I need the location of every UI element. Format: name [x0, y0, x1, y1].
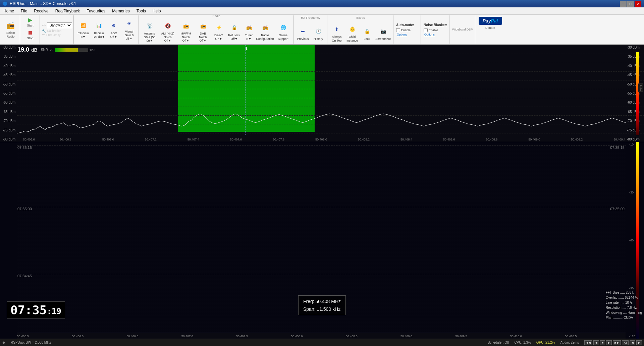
fft-overlap: Overlap .....: 62144 % — [606, 295, 642, 300]
mw-fm-notch-icon: 📻 — [180, 20, 191, 31]
pb-rewind-button[interactable]: ◀◀ — [584, 340, 592, 345]
close-button[interactable]: ✕ — [635, 1, 641, 7]
freq-label-9: 50.408.4 — [400, 138, 412, 141]
freq-label-8: 50.408.2 — [358, 138, 370, 141]
clock-seconds-val: 19 — [52, 307, 61, 316]
app-icon: 🔵 — [3, 1, 8, 6]
am-notch-button[interactable]: 🔇 AM (Hi-Z) Notch Off▼ — [159, 18, 176, 45]
dbm-label-right-1: -35 dBm — [626, 55, 644, 58]
previous-button[interactable]: ⬅ Previous — [296, 20, 310, 46]
bottom-freq-10: 50.410.5 — [565, 335, 577, 338]
bottom-freq-7: 50.409.0 — [400, 335, 412, 338]
pb-prev-button[interactable]: ◀ — [593, 340, 599, 345]
minimize-button[interactable]: ─ — [620, 1, 627, 7]
menu-help[interactable]: Help — [149, 8, 164, 14]
noise-blanker-options-label[interactable]: Options — [424, 33, 435, 36]
noise-blanker-enable-checkbox[interactable] — [424, 28, 428, 32]
visual-gain-button[interactable]: 👁 Visual Gain 0 dB▼ — [121, 16, 137, 43]
antenna-button[interactable]: 📡 Antenna SMA (50 Ω)▼ — [141, 18, 158, 45]
rf-gain-button[interactable]: 📶 RF Gain 8▼ — [76, 16, 91, 43]
dbm-label-10: -80 dBm — [0, 137, 17, 141]
menu-favourites[interactable]: Favourites — [83, 8, 109, 14]
lock-icon: 🔒 — [362, 26, 372, 37]
history-button[interactable]: 🕐 History — [311, 20, 326, 46]
waterfall-display[interactable]: 07:35:15 07:35:15 07:35:00 07:35:00 07:3… — [0, 142, 644, 339]
fft-plan: Plan .........: CUDA — [606, 315, 642, 320]
auto-tag: Auto — [638, 83, 643, 92]
bandwidth-section: ⇔ Bandwidth 🔧 Calibration 〰 Frequency — [41, 15, 74, 44]
freq-label-4: 50.407.4 — [187, 138, 199, 141]
color-scale-container — [636, 52, 639, 135]
title-bar-controls[interactable]: ─ □ ✕ — [620, 1, 641, 7]
freq-label-7: 50.408.0 — [315, 138, 327, 141]
child-instance-button[interactable]: 👶 Child Instance — [345, 20, 360, 46]
if-gain-button[interactable]: 📊 IF Gain -25 dB▼ — [92, 16, 106, 43]
frequency-label[interactable]: Frequency — [46, 33, 61, 37]
menu-file[interactable]: File — [17, 8, 31, 14]
freq-label-6: 50.407.8 — [273, 138, 284, 141]
dbm-scale-left: -30 dBm -35 dBm -40 dBm -45 dBm -50 dBm … — [0, 45, 17, 142]
scheduler-status: Scheduler: Off — [488, 341, 509, 344]
playback-controls[interactable]: ◀◀ ◀ ■ ▶ ▶▶ x2 ◀ ▶ — [584, 340, 642, 345]
freq-axis: 50.406.6 50.406.8 50.407.0 50.407.2 50.4… — [17, 135, 626, 142]
mw-fm-notch-button[interactable]: 📻 MW/FM Notch Off▼ — [177, 18, 195, 45]
snr-bar: 19.0 dB SNR 20 120 — [17, 46, 95, 53]
if-gain-icon: 📊 — [94, 20, 104, 31]
online-support-button[interactable]: 🌐 Online Support — [274, 18, 292, 45]
bottom-freq-4: 50.407.5 — [236, 335, 248, 338]
auto-mute-enable-checkbox[interactable] — [396, 28, 400, 32]
auto-mute-section: Auto-mute: Enable Options — [394, 15, 421, 44]
menu-tools[interactable]: Tools — [133, 8, 149, 14]
stop-icon: ⏹ — [25, 30, 36, 36]
start-label: Start — [27, 24, 33, 27]
bias-t-button[interactable]: ⚡ Bias-T On▼ — [211, 18, 226, 45]
online-support-icon: 🌐 — [278, 22, 288, 33]
freq-info-panel: Freq: 50.408 MHz Span: ±1.500 kHz — [298, 295, 346, 315]
always-on-top-button[interactable]: ⬆ Always On Top — [329, 20, 344, 46]
pb-fast-forward-button[interactable]: ▶▶ — [613, 340, 621, 345]
bandwidth-dropdown[interactable]: Bandwidth — [47, 22, 72, 28]
ref-lock-button[interactable]: 🔒 Ref Lock Off▼ — [227, 18, 241, 45]
status-bar: ⏺ RSPDuo, BW = 2.000 MHz Scheduler: Off … — [0, 339, 644, 346]
radio-config-button[interactable]: 📻 Radio Configuration — [256, 18, 274, 45]
dbm-label-right-9: -75 dBm — [626, 128, 644, 132]
ref-lock-icon: 🔒 — [229, 22, 239, 33]
paypal-button[interactable]: PayPal — [479, 17, 502, 25]
dbm-label-right-6: -60 dBm — [626, 101, 644, 104]
maximize-button[interactable]: □ — [627, 1, 634, 7]
select-radio-button[interactable]: 📻 Select Radio — [2, 16, 19, 42]
agc-button[interactable]: ⚙ AGC Off▼ — [107, 16, 120, 43]
auto-mute-options-label[interactable]: Options — [397, 33, 407, 36]
wf-freq-axis: 50.405.5 50.406.0 50.406.5 50.407.0 50.4… — [17, 333, 626, 339]
spectrum-display[interactable]: 19.0 dB SNR 20 120 -30 dBm -35 dBm -40 d… — [0, 45, 644, 142]
calibration-label[interactable]: Calibration — [47, 29, 61, 33]
pb-play-button[interactable]: ▶ — [606, 340, 612, 345]
always-on-top-icon: ⬆ — [331, 24, 342, 35]
menu-bar: Home File Receive Rec/Playback Favourite… — [0, 7, 644, 15]
dbm-label-right-3: -45 dBm — [626, 73, 644, 77]
dab-notch-button[interactable]: 📻 DAB Notch Off▼ — [195, 18, 211, 45]
wf-line-3 — [17, 274, 626, 274]
start-button[interactable]: ▶ Start — [22, 16, 38, 28]
tuner-b-button[interactable]: 📻 Tuner B▼ — [242, 18, 256, 45]
grid-h-3 — [17, 71, 644, 72]
dbm-label-1: -35 dBm — [0, 55, 17, 58]
radio-icon: 📻 — [5, 20, 16, 31]
pb-arrow-right[interactable]: ▶ — [636, 340, 642, 345]
pb-arrow-left[interactable]: ◀ — [630, 340, 635, 345]
radio-group-label: Radio — [212, 14, 220, 18]
menu-recplayback[interactable]: Rec/Playback — [52, 8, 83, 14]
lock-button[interactable]: 🔒 Lock — [360, 20, 374, 46]
pb-stop-button[interactable]: ■ — [600, 340, 605, 345]
timestamp-left-1: 07:35:15 — [17, 146, 32, 150]
child-instance-icon: 👶 — [347, 24, 358, 35]
menu-home[interactable]: Home — [0, 8, 17, 14]
menu-memories[interactable]: Memories — [109, 8, 133, 14]
previous-icon: ⬅ — [298, 26, 308, 37]
pb-speed-button[interactable]: x2 — [622, 340, 629, 345]
grid-h-2 — [17, 63, 644, 63]
screenshot-button[interactable]: 📷 Screenshot — [374, 20, 392, 46]
menu-receive[interactable]: Receive — [31, 8, 52, 14]
grid-h-6 — [17, 98, 644, 98]
stop-button[interactable]: ⏹ Stop — [22, 29, 38, 41]
